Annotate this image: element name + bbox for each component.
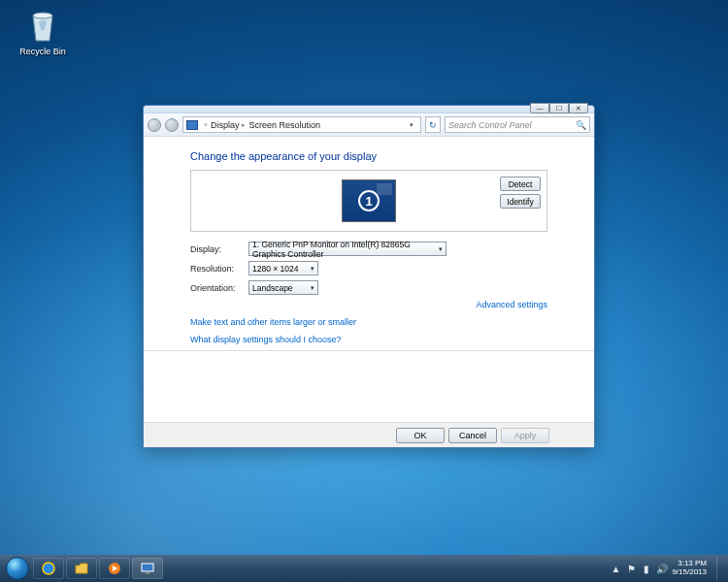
start-button[interactable] [4,555,31,582]
display-icon [186,120,198,130]
monitor-number: 1 [358,190,380,211]
monitor-1-thumb[interactable]: 1 [342,179,396,222]
display-select[interactable]: 1. Generic PnP Monitor on Intel(R) 82865… [248,242,447,256]
orientation-label: Orientation: [190,283,248,293]
refresh-icon: ↻ [429,120,437,130]
forward-button[interactable] [165,118,179,132]
maximize-button[interactable]: ☐ [549,103,569,113]
breadcrumb-chevron: « [204,121,208,128]
taskbar-display-settings[interactable] [132,558,163,579]
show-desktop-button[interactable] [716,556,724,581]
close-button[interactable]: ✕ [569,103,588,113]
taskbar: ▲ ⚑ ▮ 🔊 3:13 PM 9/15/2013 [0,555,728,582]
help-link[interactable]: What display settings should I choose? [190,335,547,344]
display-settings-icon [140,561,155,576]
taskbar-ie[interactable] [33,558,64,579]
tray-overflow-button[interactable]: ▲ [610,563,621,574]
taskbar-explorer[interactable] [66,558,97,579]
search-placeholder: Search Control Panel [448,120,532,130]
clock-date: 9/15/2013 [672,568,707,577]
recycle-bin[interactable]: Recycle Bin [12,6,74,56]
search-input[interactable]: Search Control Panel 🔍 [445,116,590,133]
recycle-bin-icon [23,6,62,45]
display-preview: 1 Detect Identify [190,170,547,232]
media-player-icon [107,561,122,576]
clock[interactable]: 3:13 PM 9/15/2013 [672,560,711,577]
text-size-link[interactable]: Make text and other items larger or smal… [190,317,547,327]
breadcrumb-display[interactable]: Display [211,120,240,130]
display-label: Display: [190,244,248,254]
minimize-button[interactable]: — [530,103,549,113]
svg-point-0 [33,13,52,18]
search-icon: 🔍 [576,120,586,130]
resolution-label: Resolution: [190,264,248,274]
advanced-settings-link[interactable]: Advanced settings [190,300,547,309]
control-panel-window: — ☐ ✕ « Display ▸ Screen Resolution ▾ ↻ … [143,105,595,448]
folder-icon [74,561,89,576]
divider [144,350,594,351]
taskbar-media[interactable] [99,558,130,579]
identify-button[interactable]: Identify [500,194,541,209]
detect-button[interactable]: Detect [500,177,541,191]
windows-orb-icon [6,557,29,580]
orientation-select[interactable]: Landscape [248,280,318,295]
network-icon[interactable]: ▮ [641,563,652,574]
breadcrumb-dropdown[interactable]: ▾ [406,121,417,129]
back-button[interactable] [148,118,161,132]
apply-button: Apply [501,428,549,443]
system-tray: ▲ ⚑ ▮ 🔊 3:13 PM 9/15/2013 [610,556,724,581]
action-center-icon[interactable]: ⚑ [625,563,637,574]
page-heading: Change the appearance of your display [190,150,547,162]
recycle-bin-label: Recycle Bin [12,47,74,56]
desktop: Recycle Bin — ☐ ✕ « Display ▸ Screen Res… [0,0,728,582]
ie-icon [41,561,56,576]
content-area: Change the appearance of your display 1 … [144,137,594,422]
breadcrumb-screen-resolution[interactable]: Screen Resolution [248,120,320,130]
chevron-right-icon: ▸ [242,121,246,129]
navbar: « Display ▸ Screen Resolution ▾ ↻ Search… [144,113,594,137]
ok-button[interactable]: OK [396,428,445,443]
titlebar[interactable]: — ☐ ✕ [144,106,594,113]
cancel-button[interactable]: Cancel [448,428,497,443]
volume-icon[interactable]: 🔊 [656,563,668,574]
svg-point-1 [43,563,54,574]
breadcrumb[interactable]: « Display ▸ Screen Resolution ▾ [182,116,421,133]
dialog-footer: OK Cancel Apply [144,422,594,447]
refresh-button[interactable]: ↻ [425,116,441,133]
svg-rect-3 [142,564,153,571]
resolution-select[interactable]: 1280 × 1024 [248,261,318,275]
svg-rect-4 [146,572,149,574]
